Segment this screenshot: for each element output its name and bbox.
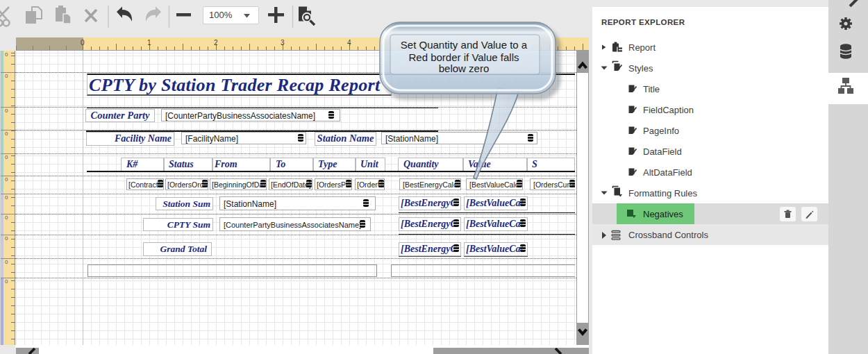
svg-text:below zero: below zero bbox=[439, 62, 490, 74]
svg-text:Set Quantity and Value to a: Set Quantity and Value to a bbox=[401, 39, 528, 51]
svg-text:Red border if Value falls: Red border if Value falls bbox=[409, 51, 519, 63]
